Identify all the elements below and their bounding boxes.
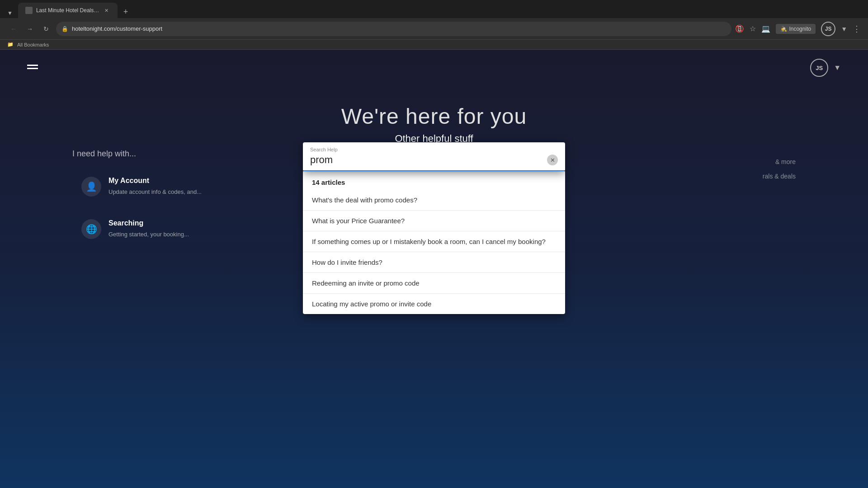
forward-button[interactable]: →	[24, 23, 36, 35]
profile-button[interactable]: JS	[821, 22, 835, 36]
url-text: hoteltonight.com/customer-support	[72, 25, 162, 32]
avatar-initials: JS	[816, 65, 823, 71]
lock-icon: 🔒	[61, 26, 68, 32]
logo-line-bottom	[27, 68, 38, 69]
site-logo	[27, 65, 38, 71]
account-icon: 👤	[81, 177, 101, 197]
toolbar-right: 📵 ☆ 💻 🕵️ Incognito JS ▼ ⋮	[735, 22, 861, 36]
bookmark-star-icon[interactable]: ☆	[750, 24, 756, 33]
search-clear-button[interactable]: ✕	[547, 155, 558, 165]
account-card-desc: Update account info & codes, and...	[108, 188, 202, 197]
incognito-badge[interactable]: 🕵️ Incognito	[776, 24, 816, 34]
browser-tabs: ▼ Last Minute Hotel Deals at Gre... ✕ +	[0, 0, 868, 18]
incognito-label: Incognito	[789, 26, 811, 32]
search-label: Search Help	[303, 142, 565, 152]
searching-card-title: Searching	[108, 219, 189, 227]
bookmarks-folder-icon: 📁	[7, 42, 14, 47]
account-card-text: My Account Update account info & codes, …	[108, 177, 202, 197]
search-focus-border	[303, 170, 565, 171]
search-dropdown: 14 articles What's the deal with promo c…	[303, 171, 565, 314]
articles-header: 14 articles	[303, 171, 565, 190]
menu-icon[interactable]: ⋮	[853, 24, 861, 34]
browser-toolbar: ← → ↻ 🔒 hoteltonight.com/customer-suppor…	[0, 18, 868, 40]
searching-card-desc: Getting started, your booking...	[108, 230, 189, 239]
tab-label: Last Minute Hotel Deals at Gre...	[36, 7, 99, 14]
content-wrapper: JS ▼ We're here for you Search Help ✕	[0, 50, 868, 171]
search-card-icon: 🌐	[81, 219, 101, 239]
camera-off-icon[interactable]: 📵	[735, 24, 744, 33]
search-input[interactable]	[310, 154, 547, 166]
tab-close-button[interactable]: ✕	[103, 7, 110, 14]
article-item[interactable]: Locating my active promo or invite code	[303, 293, 565, 314]
header-chevron-icon[interactable]: ▼	[834, 64, 841, 72]
search-area: Search Help ✕ 14 articles What's the dea…	[0, 142, 868, 171]
user-avatar[interactable]: JS	[810, 59, 828, 77]
tab-dropdown-arrow[interactable]: ▼	[4, 8, 16, 18]
logo-line-top	[27, 65, 38, 66]
my-account-card[interactable]: 👤 My Account Update account info & codes…	[72, 168, 211, 206]
articles-list: What's the deal with promo codes? What i…	[303, 190, 565, 314]
searching-card[interactable]: 🌐 Searching Getting started, your bookin…	[72, 210, 211, 248]
logo-lines	[27, 65, 38, 71]
bookmarks-bar: 📁 All Bookmarks	[0, 40, 868, 50]
active-tab[interactable]: Last Minute Hotel Deals at Gre... ✕	[18, 3, 118, 18]
incognito-icon: 🕵️	[780, 26, 787, 32]
expand-icon[interactable]: ▼	[841, 25, 847, 33]
search-box: Search Help ✕	[303, 142, 565, 171]
site-header: JS ▼	[0, 50, 868, 86]
article-item[interactable]: Redeeming an invite or promo code	[303, 272, 565, 293]
right-hint-2: rals & deals	[763, 173, 796, 180]
device-icon[interactable]: 💻	[761, 24, 770, 33]
back-button[interactable]: ←	[7, 23, 20, 35]
header-right: JS ▼	[810, 59, 841, 77]
browser-chrome: ▼ Last Minute Hotel Deals at Gre... ✕ + …	[0, 0, 868, 50]
article-item[interactable]: If something comes up or I mistakenly bo…	[303, 231, 565, 252]
new-tab-button[interactable]: +	[119, 5, 132, 18]
searching-card-text: Searching Getting started, your booking.…	[108, 219, 189, 239]
address-bar[interactable]: 🔒 hoteltonight.com/customer-support	[56, 22, 731, 36]
account-card-title: My Account	[108, 177, 202, 185]
search-input-row: ✕	[303, 152, 565, 170]
article-item[interactable]: What is your Price Guarantee?	[303, 210, 565, 231]
all-bookmarks-label: All Bookmarks	[17, 42, 49, 47]
profile-initials: JS	[825, 26, 832, 32]
page-content: JS ▼ We're here for you Search Help ✕	[0, 50, 868, 488]
reload-button[interactable]: ↻	[40, 23, 52, 35]
article-item[interactable]: What's the deal with promo codes?	[303, 190, 565, 210]
tab-favicon	[25, 7, 33, 14]
search-container: Search Help ✕ 14 articles What's the dea…	[303, 142, 565, 171]
article-item[interactable]: How do I invite friends?	[303, 252, 565, 272]
